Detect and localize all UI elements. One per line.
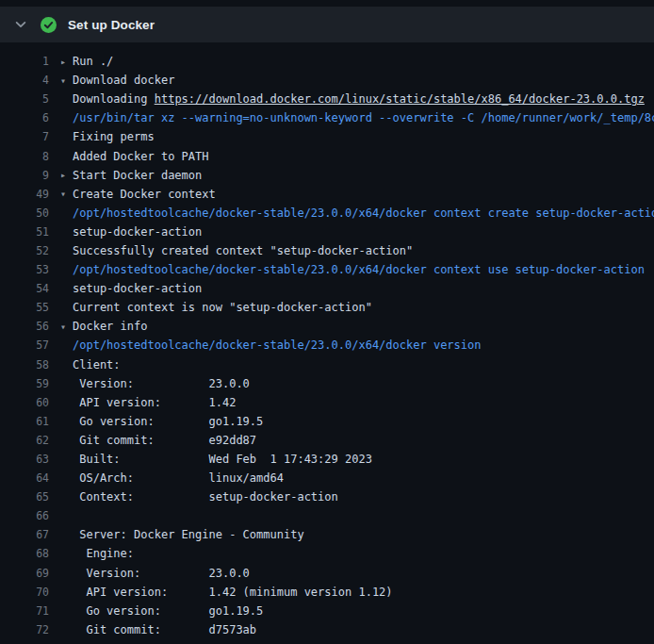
- log-text: Client:: [73, 358, 121, 372]
- log-line: 8Added Docker to PATH: [0, 146, 654, 165]
- group-title[interactable]: Start Docker daemon: [73, 169, 202, 182]
- log-line: 60 API version: 1.42: [0, 393, 654, 412]
- line-number[interactable]: 66: [0, 509, 49, 522]
- line-number[interactable]: 9: [0, 169, 49, 182]
- log-text: Downloading: [73, 92, 155, 106]
- log-text: Context: setup-docker-action: [73, 490, 338, 504]
- command-text: /opt/hostedtoolcache/docker-stable/23.0.…: [73, 206, 654, 220]
- line-number[interactable]: 54: [0, 282, 49, 295]
- line-number[interactable]: 68: [0, 547, 49, 560]
- log-text: Version: 23.0.0: [73, 377, 250, 390]
- log-group-row[interactable]: 9▸Start Docker daemon: [0, 166, 654, 185]
- log-content: Version: 23.0.0: [60, 377, 250, 390]
- log-line: 55Current context is now "setup-docker-a…: [0, 298, 654, 317]
- group-header[interactable]: ▾Download docker: [60, 74, 174, 87]
- step-header[interactable]: Set up Docker: [0, 7, 654, 42]
- log-lines: 1▸Run ./4▾Download docker5Downloading ht…: [0, 42, 654, 639]
- log-content: Added Docker to PATH: [60, 150, 209, 163]
- line-number[interactable]: 61: [0, 415, 49, 428]
- log-content: Successfully created context "setup-dock…: [60, 244, 413, 257]
- log-text: Go version: go1.19.5: [73, 604, 263, 618]
- group-title[interactable]: Download docker: [73, 74, 174, 87]
- log-content: Fixing perms: [60, 130, 155, 143]
- line-number[interactable]: 64: [0, 471, 49, 485]
- log-line: 67 Server: Docker Engine - Community: [0, 525, 654, 544]
- line-number[interactable]: 70: [0, 586, 49, 599]
- log-line: 5Downloading https://download.docker.com…: [0, 90, 654, 108]
- triangle-down-icon[interactable]: ▾: [60, 322, 73, 332]
- line-number[interactable]: 1: [0, 55, 49, 68]
- triangle-right-icon[interactable]: ▸: [60, 57, 73, 67]
- group-header[interactable]: ▾Create Docker context: [60, 188, 216, 201]
- log-group-row[interactable]: 4▾Download docker: [0, 71, 654, 90]
- log-line: 70 API version: 1.42 (minimum version 1.…: [0, 583, 654, 602]
- line-number[interactable]: 65: [0, 490, 49, 504]
- log-line: 51setup-docker-action: [0, 223, 654, 241]
- triangle-down-icon[interactable]: ▾: [60, 75, 73, 86]
- log-content: /usr/bin/tar xz --warning=no-unknown-key…: [60, 111, 654, 124]
- line-number[interactable]: 50: [0, 206, 49, 220]
- line-number[interactable]: 52: [0, 244, 49, 257]
- log-content: Built: Wed Feb 1 17:43:29 2023: [60, 453, 372, 466]
- log-text: Built: Wed Feb 1 17:43:29 2023: [73, 453, 372, 466]
- triangle-down-icon[interactable]: ▾: [60, 189, 73, 199]
- log-text: Go version: go1.19.5: [73, 415, 263, 428]
- line-number[interactable]: 63: [0, 453, 49, 466]
- log-line: 69 Version: 23.0.0: [0, 564, 654, 583]
- group-title[interactable]: Run ./: [73, 55, 113, 68]
- log-content: Version: 23.0.0: [60, 567, 250, 580]
- line-number[interactable]: 62: [0, 434, 49, 447]
- log-text: Added Docker to PATH: [73, 150, 209, 163]
- log-text: Git commit: e92dd87: [73, 434, 256, 447]
- log-text: OS/Arch: linux/amd64: [73, 471, 284, 485]
- log-content: API version: 1.42 (minimum version 1.12): [60, 586, 393, 599]
- line-number[interactable]: 71: [0, 604, 49, 618]
- line-number[interactable]: 69: [0, 567, 49, 580]
- line-number[interactable]: 4: [0, 74, 49, 87]
- group-header[interactable]: ▾Docker info: [60, 320, 147, 333]
- log-content: Go version: go1.19.5: [60, 415, 263, 428]
- group-title[interactable]: Create Docker context: [73, 188, 216, 201]
- log-text: Successfully created context "setup-dock…: [73, 244, 413, 257]
- log-line: 61 Go version: go1.19.5: [0, 412, 654, 431]
- command-text: /opt/hostedtoolcache/docker-stable/23.0.…: [73, 339, 481, 352]
- log-content: Git commit: d7573ab: [60, 623, 256, 636]
- line-number[interactable]: 57: [0, 339, 49, 352]
- line-number[interactable]: 49: [0, 188, 49, 201]
- log-line: 59 Version: 23.0.0: [0, 374, 654, 393]
- log-content: setup-docker-action: [60, 225, 202, 239]
- line-number[interactable]: 56: [0, 320, 49, 333]
- line-number[interactable]: 58: [0, 358, 49, 372]
- triangle-right-icon[interactable]: ▸: [60, 170, 73, 180]
- line-number[interactable]: 5: [0, 92, 49, 106]
- line-number[interactable]: 51: [0, 225, 49, 239]
- line-number[interactable]: 7: [0, 130, 49, 143]
- line-number[interactable]: 67: [0, 528, 49, 541]
- log-group-row[interactable]: 1▸Run ./: [0, 52, 654, 71]
- step-title: Set up Docker: [68, 18, 155, 32]
- group-header[interactable]: ▸Start Docker daemon: [60, 169, 202, 182]
- log-text: Fixing perms: [73, 130, 155, 143]
- log-text: API version: 1.42 (minimum version 1.12): [73, 586, 393, 599]
- line-number[interactable]: 72: [0, 623, 49, 636]
- log-group-row[interactable]: 56▾Docker info: [0, 317, 654, 336]
- line-number[interactable]: 8: [0, 150, 49, 163]
- group-title[interactable]: Docker info: [73, 320, 147, 333]
- command-text: /opt/hostedtoolcache/docker-stable/23.0.…: [73, 263, 645, 276]
- log-line: 50/opt/hostedtoolcache/docker-stable/23.…: [0, 204, 654, 223]
- line-number[interactable]: 53: [0, 263, 49, 276]
- line-number[interactable]: 60: [0, 396, 49, 409]
- group-header[interactable]: ▸Run ./: [60, 55, 113, 68]
- log-text: Server: Docker Engine - Community: [73, 528, 304, 541]
- log-content: Current context is now "setup-docker-act…: [60, 301, 372, 314]
- line-number[interactable]: 55: [0, 301, 49, 314]
- log-line: 52Successfully created context "setup-do…: [0, 241, 654, 260]
- log-content: OS/Arch: linux/amd64: [60, 471, 284, 485]
- log-group-row[interactable]: 49▾Create Docker context: [0, 185, 654, 204]
- log-text: Current context is now "setup-docker-act…: [73, 301, 372, 314]
- log-line: 58Client:: [0, 355, 654, 374]
- line-number[interactable]: 59: [0, 377, 49, 390]
- log-link[interactable]: https://download.docker.com/linux/static…: [155, 92, 645, 106]
- line-number[interactable]: 6: [0, 111, 49, 124]
- chevron-down-icon[interactable]: [13, 17, 28, 32]
